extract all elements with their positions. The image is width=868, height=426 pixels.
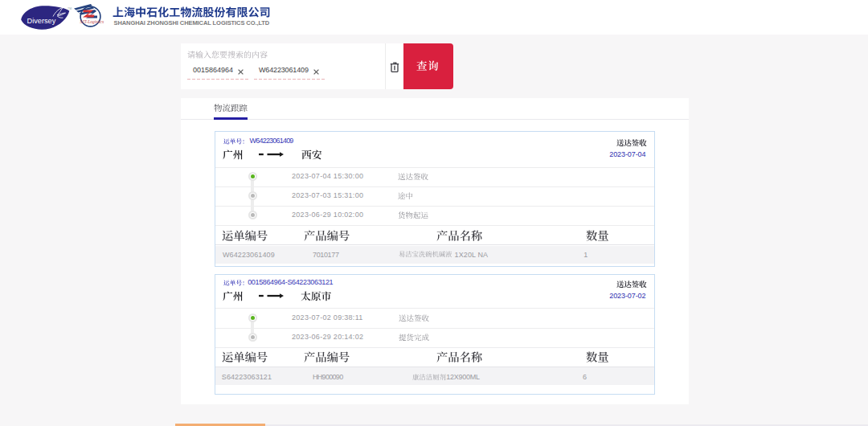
svg-text:Diversey: Diversey bbox=[27, 17, 56, 25]
svg-text:TM: TM bbox=[68, 7, 72, 10]
svg-text:SJT-Logistics: SJT-Logistics bbox=[80, 19, 104, 24]
